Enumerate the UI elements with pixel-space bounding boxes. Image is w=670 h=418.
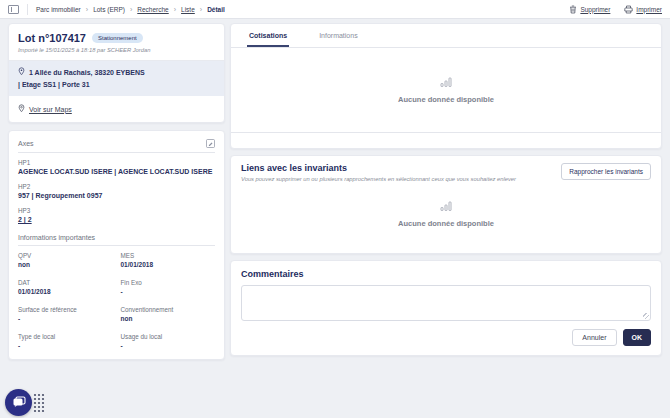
axes-label: HP3 — [18, 207, 215, 214]
invariants-title: Liens avec les invariants — [241, 163, 516, 173]
cancel-button[interactable]: Annuler — [572, 329, 616, 346]
field-usage-du-local: Usage du local - — [121, 333, 216, 349]
axes-value: 957 | Regroupement 0957 — [18, 191, 215, 200]
location-pin-icon — [18, 67, 25, 80]
top-bar: Parc immobilier › Lots (ERP) › Recherche… — [0, 0, 670, 19]
trash-icon — [569, 5, 577, 14]
axes-value: AGENCE LOCAT.SUD ISERE | AGENCE LOCAT.SU… — [18, 167, 215, 176]
invariants-empty-state: Aucune donnée disponible — [398, 201, 494, 228]
field-mes: MES 01/01/2018 — [121, 252, 216, 268]
edit-axes-icon[interactable] — [206, 139, 215, 148]
field-label: DAT — [18, 279, 113, 286]
breadcrumb-separator: › — [86, 6, 88, 13]
breadcrumb-item-detail: Détail — [207, 6, 225, 13]
delete-button-label: Supprimer — [580, 6, 610, 13]
field-surface-reference: Surface de référence - — [18, 306, 113, 322]
lot-import-meta: Importé le 15/01/2025 à 18:18 par SCHEER… — [9, 47, 224, 61]
field-fin-exo: Fin Exo - — [121, 279, 216, 295]
field-value: 01/01/2018 — [121, 261, 216, 268]
view-on-maps-label: Voir sur Maps — [29, 106, 72, 113]
main-content: Cotisations Informations Aucune donnée d… — [230, 23, 662, 356]
field-label: Surface de référence — [18, 306, 113, 313]
field-label: QPV — [18, 252, 113, 259]
breadcrumb-item-liste[interactable]: Liste — [181, 6, 195, 13]
axes-item-hp2: HP2 957 | Regroupement 0957 — [18, 183, 215, 200]
axes-label: HP2 — [18, 183, 215, 190]
lot-address-line2: | Etage SS1 | Porte 31 — [18, 80, 215, 91]
lot-type-badge: Stationnement — [92, 33, 143, 43]
delete-button[interactable]: Supprimer — [569, 5, 610, 14]
printer-icon — [624, 5, 633, 14]
tab-informations[interactable]: Informations — [317, 24, 360, 47]
drag-handle-dots-icon[interactable] — [33, 393, 45, 413]
field-conventionnement: Conventionnement non — [121, 306, 216, 322]
field-qpv: QPV non — [18, 252, 113, 268]
field-label: Fin Exo — [121, 279, 216, 286]
tab-cotisations[interactable]: Cotisations — [247, 24, 289, 47]
comments-card: Commentaires Annuler OK — [230, 260, 662, 356]
breadcrumb: Parc immobilier › Lots (ERP) › Recherche… — [36, 6, 225, 13]
lot-address-block: 1 Allée du Rachais, 38320 EYBENS | Etage… — [9, 61, 224, 96]
axes-value-link[interactable]: 2 | 2 — [18, 215, 215, 224]
field-value: - — [121, 342, 216, 349]
field-value: - — [18, 342, 113, 349]
print-button-label: Imprimer — [636, 6, 662, 13]
field-label: Type de local — [18, 333, 113, 340]
view-on-maps-link[interactable]: Voir sur Maps — [9, 96, 224, 122]
cotisations-footer — [231, 132, 661, 148]
topbar-divider — [27, 4, 28, 15]
empty-state-text: Aucune donnée disponible — [398, 95, 494, 104]
infos-section-title: Informations importantes — [18, 234, 95, 241]
field-label: Conventionnement — [121, 306, 216, 313]
axes-item-hp1: HP1 AGENCE LOCAT.SUD ISERE | AGENCE LOCA… — [18, 159, 215, 176]
comments-title: Commentaires — [241, 269, 651, 279]
breadcrumb-separator: › — [130, 6, 132, 13]
axes-section-title: Axes — [18, 140, 34, 147]
lot-sidebar: Lot n°107417 Stationnement Importé le 15… — [8, 23, 225, 360]
field-value: 01/01/2018 — [18, 288, 113, 295]
cotisations-card: Cotisations Informations Aucune donnée d… — [230, 23, 662, 149]
ok-button[interactable]: OK — [623, 329, 652, 346]
breadcrumb-item-recherche[interactable]: Recherche — [137, 6, 168, 13]
empty-state-text: Aucune donnée disponible — [398, 219, 494, 228]
bar-chart-icon — [440, 77, 452, 94]
rapprocher-invariants-button[interactable]: Rapprocher les invariants — [561, 163, 651, 180]
axes-item-hp3: HP3 2 | 2 — [18, 207, 215, 224]
lot-title: Lot n°107417 — [18, 32, 86, 44]
important-infos-grid: QPV non MES 01/01/2018 DAT 01/01/2018 Fi… — [18, 252, 215, 349]
field-label: Usage du local — [121, 333, 216, 340]
field-label: MES — [121, 252, 216, 259]
tab-bar: Cotisations Informations — [231, 24, 661, 48]
breadcrumb-item-lots-erp[interactable]: Lots (ERP) — [93, 6, 125, 13]
invariants-card: Liens avec les invariants Vous pouvez su… — [230, 155, 662, 254]
field-value: - — [121, 288, 216, 295]
bar-chart-icon — [440, 201, 452, 218]
field-value: non — [18, 261, 113, 268]
comments-textarea[interactable] — [241, 285, 651, 321]
cotisations-empty-state: Aucune donnée disponible — [398, 77, 494, 104]
lot-address-line1: 1 Allée du Rachais, 38320 EYBENS — [29, 68, 145, 79]
print-button[interactable]: Imprimer — [624, 5, 662, 14]
breadcrumb-separator: › — [174, 6, 176, 13]
field-dat: DAT 01/01/2018 — [18, 279, 113, 295]
map-pin-icon — [18, 104, 25, 114]
chat-bubbles-icon — [12, 394, 26, 412]
lot-details-card: Axes HP1 AGENCE LOCAT.SUD ISERE | AGENCE… — [8, 130, 225, 360]
field-type-de-local: Type de local - — [18, 333, 113, 349]
breadcrumb-item-parc-immobilier[interactable]: Parc immobilier — [36, 6, 81, 13]
field-value: non — [121, 315, 216, 322]
chat-widget-button[interactable] — [5, 389, 32, 416]
breadcrumb-separator: › — [200, 6, 202, 13]
axes-label: HP1 — [18, 159, 215, 166]
sidebar-toggle-icon[interactable] — [8, 5, 19, 14]
field-value: - — [18, 315, 113, 322]
lot-summary-card: Lot n°107417 Stationnement Importé le 15… — [8, 23, 225, 123]
